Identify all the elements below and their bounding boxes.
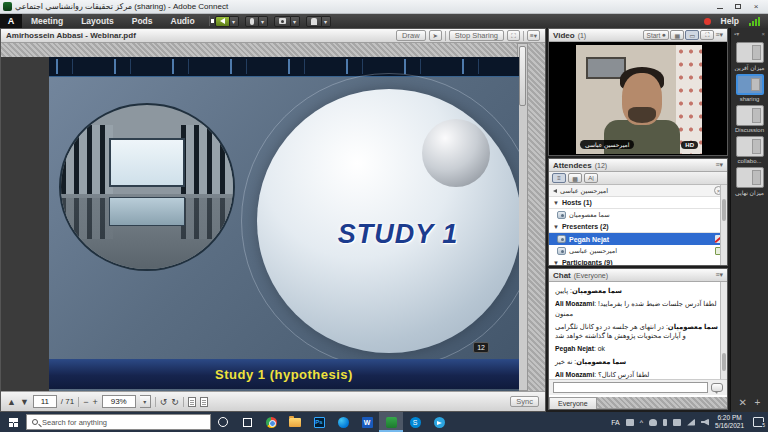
pointer-tool-button[interactable]: ➤ (429, 30, 442, 41)
zoom-out-button[interactable]: − (83, 397, 88, 407)
attendee-row-selected[interactable]: Pegah Nejat (549, 233, 727, 245)
minimize-button[interactable] (711, 1, 729, 13)
attendees-scrollbar[interactable] (720, 185, 727, 265)
raise-hand-button[interactable] (306, 16, 322, 27)
taskbar-clock[interactable]: 6:20 PM 5/16/2021 (715, 414, 744, 431)
fullscreen-button[interactable]: ⛶ (507, 30, 520, 41)
chrome-button[interactable] (259, 412, 283, 432)
sync-button[interactable]: Sync (510, 396, 539, 407)
filmstrip-view-button[interactable]: ▭ (685, 30, 699, 40)
webcam-dropdown[interactable]: ▾ (291, 16, 300, 27)
language-indicator[interactable]: FA (611, 419, 620, 426)
file-explorer-button[interactable] (283, 412, 307, 432)
layout-thumbnail[interactable] (736, 42, 764, 63)
adobe-connect-taskbar-button[interactable] (379, 412, 403, 432)
fit-page-button[interactable] (188, 397, 196, 407)
draw-button[interactable]: Draw (396, 30, 426, 41)
zoom-dropdown[interactable]: ▾ (140, 395, 151, 408)
photoshop-button[interactable]: Ps (307, 412, 331, 432)
attendee-row-host[interactable]: سما معصومیان (549, 209, 727, 221)
chat-pod-menu-button[interactable]: ≡▾ (715, 271, 723, 279)
word-button[interactable]: W (355, 412, 379, 432)
task-view-button[interactable] (235, 412, 259, 432)
cortana-button[interactable] (211, 412, 235, 432)
cloud-icon[interactable] (649, 419, 657, 426)
layout-item[interactable]: collabo... (731, 136, 768, 164)
maximize-button[interactable] (729, 1, 747, 13)
keyboard-icon[interactable] (626, 419, 634, 426)
rotate-left-button[interactable]: ↺ (160, 397, 168, 407)
raise-hand-dropdown[interactable]: ▾ (322, 16, 331, 27)
attendees-pod-menu-button[interactable]: ≡▾ (715, 161, 723, 169)
network-icon[interactable] (687, 419, 695, 426)
zoom-level-input[interactable] (102, 395, 136, 408)
connection-signal-icon[interactable] (749, 17, 760, 26)
attendee-list-view-button[interactable]: ≡ (552, 173, 566, 183)
close-button[interactable]: × (747, 1, 765, 13)
start-webcam-button[interactable]: Start ⏺ (643, 30, 670, 40)
breakout-view-button[interactable]: ▩ (568, 173, 582, 183)
speaker-dropdown[interactable]: ▾ (230, 16, 239, 27)
group-presenters[interactable]: ▼Presenters (2) (549, 221, 727, 233)
share-pod-menu-button[interactable]: ≡▾ (527, 30, 540, 41)
page-down-button[interactable]: ▼ (20, 397, 29, 407)
presentation-slide: STUDY 1 12 Study 1 (hypothesis) (49, 57, 519, 391)
group-participants[interactable]: ▼Participants (9) (549, 257, 727, 266)
chat-input[interactable] (553, 382, 708, 393)
layout-options-button[interactable]: ✕ (739, 397, 747, 408)
webcam-video: امیرحسین عباسی HD (576, 45, 702, 154)
stop-sharing-button[interactable]: Stop Sharing (449, 30, 504, 41)
taskbar-search[interactable]: Search for anything (26, 414, 211, 430)
layout-thumbnail-active[interactable] (736, 74, 764, 95)
layout-thumbnail[interactable] (736, 105, 764, 126)
menu-layouts[interactable]: Layouts (72, 14, 123, 28)
video-pod-menu-button[interactable]: ≡▾ (715, 31, 723, 39)
layouts-menu-button[interactable]: ▪▾ (734, 30, 739, 37)
layout-item[interactable]: Discussion (731, 105, 768, 133)
tab-everyone[interactable]: Everyone (549, 397, 597, 409)
microphone-dropdown[interactable]: ▾ (259, 16, 268, 27)
layout-thumbnail[interactable] (736, 136, 764, 157)
photo-skylight-reflection (109, 197, 185, 227)
attendee-row-presenter[interactable]: امیرحسین عباسی (549, 245, 727, 257)
skype-icon: S (410, 417, 421, 428)
menu-meeting[interactable]: Meeting (22, 14, 72, 28)
add-layout-button[interactable]: + (755, 397, 761, 408)
sort-view-button[interactable]: A| (584, 173, 598, 183)
skype-button[interactable]: S (403, 412, 427, 432)
microphone-button[interactable] (245, 16, 259, 27)
volume-icon[interactable] (701, 419, 709, 426)
notification-center-icon[interactable] (753, 417, 764, 427)
group-hosts[interactable]: ▼Hosts (1) (549, 197, 727, 209)
layout-item[interactable]: میزان آفرین (731, 42, 768, 71)
webcam-button[interactable] (274, 16, 291, 27)
page-up-button[interactable]: ▲ (7, 397, 16, 407)
fit-width-button[interactable] (200, 397, 208, 407)
folder-icon (289, 418, 301, 427)
zoom-in-button[interactable]: + (92, 397, 97, 407)
search-placeholder: Search for anything (42, 418, 107, 427)
person-beard (628, 107, 656, 123)
edge-button[interactable] (331, 412, 355, 432)
layout-item[interactable]: میزان نهایی (731, 167, 768, 196)
layouts-close-button[interactable]: × (761, 31, 765, 37)
microphone-tray-icon[interactable] (663, 419, 667, 426)
menu-pods[interactable]: Pods (123, 14, 162, 28)
menu-audio[interactable]: Audio (162, 14, 204, 28)
start-button[interactable] (0, 412, 26, 432)
help-menu[interactable]: Help (711, 16, 749, 26)
grid-view-button[interactable]: ▦ (670, 30, 684, 40)
video-fullscreen-button[interactable]: ⛶ (700, 30, 714, 40)
layout-item-sharing[interactable]: sharing (731, 74, 768, 102)
telegram-button[interactable] (427, 412, 451, 432)
page-number-input[interactable] (33, 395, 57, 408)
usb-icon[interactable] (673, 419, 681, 426)
menu-bar: A Meeting Layouts Pods Audio ▾ ▾ ▾ ▾ Hel… (0, 14, 768, 28)
rotate-right-button[interactable]: ↻ (171, 397, 179, 407)
layout-thumbnail[interactable] (736, 167, 764, 188)
send-message-icon[interactable] (711, 383, 723, 392)
tray-expand-icon[interactable]: ^ (640, 419, 643, 426)
speaker-button[interactable] (215, 16, 230, 27)
share-scrollbar-thumb[interactable] (519, 46, 526, 106)
chat-scrollbar[interactable] (720, 282, 727, 379)
